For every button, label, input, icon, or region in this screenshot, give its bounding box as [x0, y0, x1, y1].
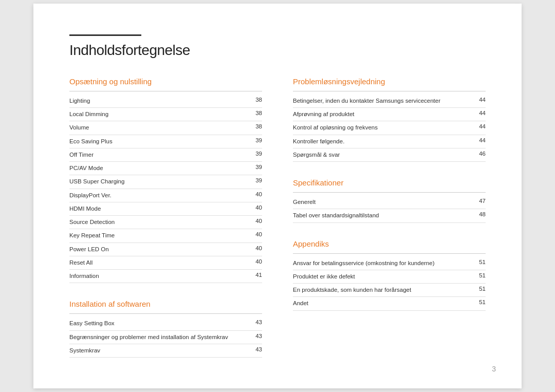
- section-title: Appendiks: [293, 239, 486, 248]
- toc-item: Betingelser, inden du kontakter Samsungs…: [293, 95, 486, 108]
- toc-item-text: Power LED On: [69, 245, 255, 254]
- toc-item-text: Systemkrav: [69, 346, 255, 355]
- toc-section-section-problemlosning: ProblemløsningsvejledningBetingelser, in…: [293, 77, 486, 162]
- toc-item-page: 44: [479, 110, 486, 116]
- left-column: Opsætning og nulstillingLighting38Local …: [69, 77, 262, 358]
- toc-item-page: 51: [479, 272, 486, 278]
- section-title: Specifikationer: [293, 178, 486, 187]
- toc-item-text: Information: [69, 272, 255, 281]
- toc-item: Power LED On40: [69, 243, 262, 256]
- toc-item-text: Local Dimming: [69, 110, 255, 119]
- toc-item-page: 38: [255, 110, 262, 116]
- page-title: Indholdsfortegnelse: [69, 42, 486, 59]
- toc-item-page: 43: [255, 346, 262, 352]
- toc-item: Volume38: [69, 121, 262, 135]
- toc-item-page: 40: [255, 231, 262, 237]
- toc-item: Easy Setting Box43: [69, 317, 262, 330]
- toc-item-text: Ansvar for betalingsservice (omkostning …: [293, 259, 479, 268]
- toc-item: Off Timer39: [69, 148, 262, 162]
- toc-item-text: Key Repeat Time: [69, 231, 255, 240]
- toc-item-text: Kontroller følgende.: [293, 137, 479, 146]
- toc-item: En produktskade, som kunden har forårsag…: [293, 284, 486, 297]
- toc-item-text: Easy Setting Box: [69, 319, 255, 328]
- page: Indholdsfortegnelse Opsætning og nulstil…: [33, 4, 522, 388]
- toc-item: Reset All40: [69, 256, 262, 270]
- toc-item: Produktet er ikke defekt51: [293, 270, 486, 284]
- right-column: ProblemløsningsvejledningBetingelser, in…: [293, 77, 486, 358]
- toc-item-text: Spørgsmål & svar: [293, 151, 479, 159]
- toc-item-text: DisplayPort Ver.: [69, 191, 255, 200]
- toc-item-text: Produktet er ikke defekt: [293, 272, 479, 281]
- toc-item-text: Afprøvning af produktet: [293, 110, 479, 119]
- section-title: Opsætning og nulstilling: [69, 77, 262, 86]
- toc-item-page: 38: [255, 123, 262, 129]
- toc-item-page: 43: [255, 333, 262, 339]
- toc-item-page: 46: [479, 151, 486, 157]
- toc-item-page: 39: [255, 137, 262, 143]
- toc-item: Lighting38: [69, 95, 262, 108]
- toc-item-page: 39: [255, 164, 262, 170]
- toc-item-page: 44: [479, 97, 486, 103]
- toc-item: Systemkrav43: [69, 344, 262, 358]
- toc-item: USB Super Charging39: [69, 175, 262, 189]
- section-divider: [293, 192, 486, 193]
- toc-section-section-installation: Installation af softwarenEasy Setting Bo…: [69, 300, 262, 358]
- toc-section-section-specifikationer: SpecifikationerGenerelt47Tabel over stan…: [293, 178, 486, 223]
- toc-item: Ansvar for betalingsservice (omkostning …: [293, 257, 486, 270]
- toc-item-page: 44: [479, 123, 486, 129]
- page-number: 3: [492, 365, 496, 373]
- toc-item-page: 40: [255, 204, 262, 211]
- toc-item-text: Lighting: [69, 97, 255, 105]
- toc-item-text: En produktskade, som kunden har forårsag…: [293, 286, 479, 294]
- toc-section-section-appendiks: AppendiksAnsvar for betalingsservice (om…: [293, 239, 486, 311]
- toc-item-page: 51: [479, 286, 486, 292]
- section-divider: [69, 91, 262, 91]
- content-grid: Opsætning og nulstillingLighting38Local …: [69, 77, 486, 358]
- toc-item-page: 51: [479, 259, 486, 265]
- toc-item-text: Tabel over standardsignaltilstand: [293, 211, 479, 220]
- toc-item: Eco Saving Plus39: [69, 135, 262, 148]
- toc-item-page: 39: [255, 151, 262, 157]
- toc-item-text: HDMI Mode: [69, 204, 255, 213]
- toc-item: Local Dimming38: [69, 108, 262, 121]
- toc-item-text: Andet: [293, 299, 479, 308]
- section-title: Installation af softwaren: [69, 300, 262, 308]
- toc-item-page: 40: [255, 258, 262, 265]
- toc-item: Begrænsninger og problemer med installat…: [69, 331, 262, 344]
- toc-item-page: 40: [255, 191, 262, 197]
- toc-item-text: Eco Saving Plus: [69, 137, 255, 146]
- toc-item: Andet51: [293, 297, 486, 310]
- section-title: Problemløsningsvejledning: [293, 77, 486, 86]
- toc-item-page: 38: [255, 97, 262, 103]
- toc-item-text: PC/AV Mode: [69, 164, 255, 173]
- toc-item-page: 48: [479, 211, 486, 217]
- toc-item-page: 51: [479, 299, 486, 305]
- toc-item-text: Betingelser, inden du kontakter Samsungs…: [293, 97, 479, 105]
- toc-item: Information41: [69, 270, 262, 283]
- toc-item-text: Begrænsninger og problemer med installat…: [69, 333, 255, 342]
- toc-item-text: Volume: [69, 123, 255, 132]
- toc-item: Source Detection40: [69, 216, 262, 229]
- toc-item: Spørgsmål & svar46: [293, 148, 486, 162]
- toc-item: Kontroller følgende.44: [293, 135, 486, 148]
- toc-item-text: Kontrol af opløsning og frekvens: [293, 123, 479, 132]
- toc-item-page: 41: [255, 272, 262, 278]
- toc-item-page: 40: [255, 245, 262, 251]
- toc-section-section-opsaetning: Opsætning og nulstillingLighting38Local …: [69, 77, 262, 284]
- toc-item-page: 40: [255, 218, 262, 224]
- toc-item-text: Generelt: [293, 198, 479, 207]
- toc-item: Afprøvning af produktet44: [293, 108, 486, 121]
- toc-item-text: Source Detection: [69, 218, 255, 227]
- toc-item-page: 43: [255, 319, 262, 325]
- title-bar: [69, 34, 141, 36]
- section-divider: [293, 91, 486, 91]
- toc-item-text: USB Super Charging: [69, 177, 255, 186]
- toc-item-page: 47: [479, 198, 486, 204]
- toc-item: HDMI Mode40: [69, 202, 262, 216]
- toc-item: Generelt47: [293, 196, 486, 209]
- toc-item-text: Reset All: [69, 258, 255, 267]
- section-divider: [69, 313, 262, 314]
- toc-item: PC/AV Mode39: [69, 162, 262, 175]
- toc-item: Kontrol af opløsning og frekvens44: [293, 121, 486, 135]
- toc-item-page: 39: [255, 177, 262, 183]
